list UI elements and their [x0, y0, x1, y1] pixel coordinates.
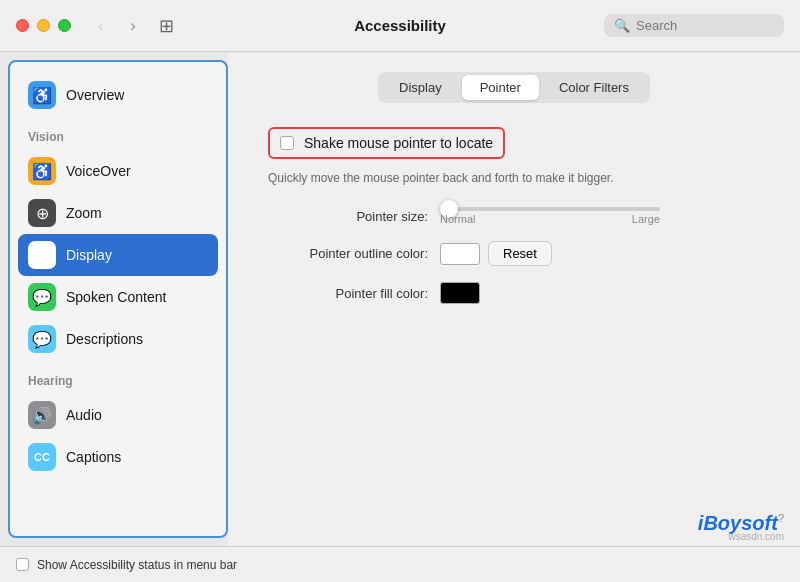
slider-min-label: Normal [440, 213, 475, 225]
sidebar-item-label-descriptions: Descriptions [66, 331, 143, 347]
close-button[interactable] [16, 19, 29, 32]
descriptions-icon: 💬 [28, 325, 56, 353]
sidebar-item-overview[interactable]: ♿ Overview [18, 74, 218, 116]
bottom-bar: Show Accessibility status in menu bar iB… [0, 546, 800, 582]
sidebar-item-display[interactable]: 🖥 Display [18, 234, 218, 276]
sidebar-item-label-display: Display [66, 247, 112, 263]
window-title: Accessibility [354, 17, 446, 34]
vision-section-header: Vision [18, 126, 218, 148]
iboysoft-watermark: iBoysoft? wsasdn.com [698, 512, 784, 542]
accessibility-status-checkbox[interactable] [16, 558, 29, 571]
search-bar[interactable]: 🔍 [604, 14, 784, 37]
pointer-outline-label: Pointer outline color: [268, 246, 428, 261]
reset-button[interactable]: Reset [488, 241, 552, 266]
sidebar-item-captions[interactable]: CC Captions [18, 436, 218, 478]
audio-icon: 🔊 [28, 401, 56, 429]
pointer-outline-row: Pointer outline color: Reset [268, 241, 760, 266]
slider-container: Normal Large [440, 207, 660, 225]
sidebar-item-audio[interactable]: 🔊 Audio [18, 394, 218, 436]
captions-icon: CC [28, 443, 56, 471]
forward-button[interactable]: › [119, 12, 147, 40]
display-icon: 🖥 [28, 241, 56, 269]
voiceover-icon: ♿ [28, 157, 56, 185]
watermark-suffix: ? [778, 512, 784, 524]
tabs: Display Pointer Color Filters [378, 72, 650, 103]
content-area: Display Pointer Color Filters Shake mous… [228, 52, 800, 546]
main-content: ♿ Overview Vision ♿ VoiceOver ⊕ Zoom 🖥 D… [0, 52, 800, 546]
accessibility-status-label: Show Accessibility status in menu bar [37, 558, 237, 572]
pointer-size-slider[interactable] [440, 207, 660, 211]
sidebar-item-descriptions[interactable]: 💬 Descriptions [18, 318, 218, 360]
sidebar-item-zoom[interactable]: ⊕ Zoom [18, 192, 218, 234]
search-icon: 🔍 [614, 18, 630, 33]
outline-color-swatch[interactable] [440, 243, 480, 265]
sidebar-item-label-audio: Audio [66, 407, 102, 423]
shake-description: Quickly move the mouse pointer back and … [268, 169, 760, 187]
traffic-lights [16, 19, 71, 32]
search-input[interactable] [636, 18, 774, 33]
tab-color-filters[interactable]: Color Filters [541, 75, 647, 100]
zoom-icon: ⊕ [28, 199, 56, 227]
hearing-section-header: Hearing [18, 370, 218, 392]
app-grid-icon[interactable]: ⊞ [159, 15, 174, 37]
slider-labels: Normal Large [440, 213, 660, 225]
spoken-content-icon: 💬 [28, 283, 56, 311]
sidebar-item-label-captions: Captions [66, 449, 121, 465]
sidebar-item-label-zoom: Zoom [66, 205, 102, 221]
pointer-size-label: Pointer size: [268, 209, 428, 224]
title-bar: ‹ › ⊞ Accessibility 🔍 [0, 0, 800, 52]
settings-content: Shake mouse pointer to locate Quickly mo… [258, 127, 770, 304]
pointer-fill-row: Pointer fill color: [268, 282, 760, 304]
shake-mouse-row: Shake mouse pointer to locate [268, 127, 505, 159]
shake-label: Shake mouse pointer to locate [304, 135, 493, 151]
sidebar: ♿ Overview Vision ♿ VoiceOver ⊕ Zoom 🖥 D… [8, 60, 228, 538]
sidebar-item-voiceover[interactable]: ♿ VoiceOver [18, 150, 218, 192]
overview-icon: ♿ [28, 81, 56, 109]
sidebar-item-label-spoken: Spoken Content [66, 289, 166, 305]
back-button[interactable]: ‹ [87, 12, 115, 40]
pointer-size-row: Pointer size: Normal Large [268, 207, 760, 225]
shake-checkbox[interactable] [280, 136, 294, 150]
color-row: Reset [440, 241, 552, 266]
pointer-fill-label: Pointer fill color: [268, 286, 428, 301]
sidebar-item-label-overview: Overview [66, 87, 124, 103]
minimize-button[interactable] [37, 19, 50, 32]
maximize-button[interactable] [58, 19, 71, 32]
tab-pointer[interactable]: Pointer [462, 75, 539, 100]
nav-buttons: ‹ › [87, 12, 147, 40]
sidebar-item-spoken-content[interactable]: 💬 Spoken Content [18, 276, 218, 318]
sidebar-item-label-voiceover: VoiceOver [66, 163, 131, 179]
slider-max-label: Large [632, 213, 660, 225]
fill-color-swatch[interactable] [440, 282, 480, 304]
tabs-container: Display Pointer Color Filters [258, 72, 770, 103]
tab-display[interactable]: Display [381, 75, 460, 100]
